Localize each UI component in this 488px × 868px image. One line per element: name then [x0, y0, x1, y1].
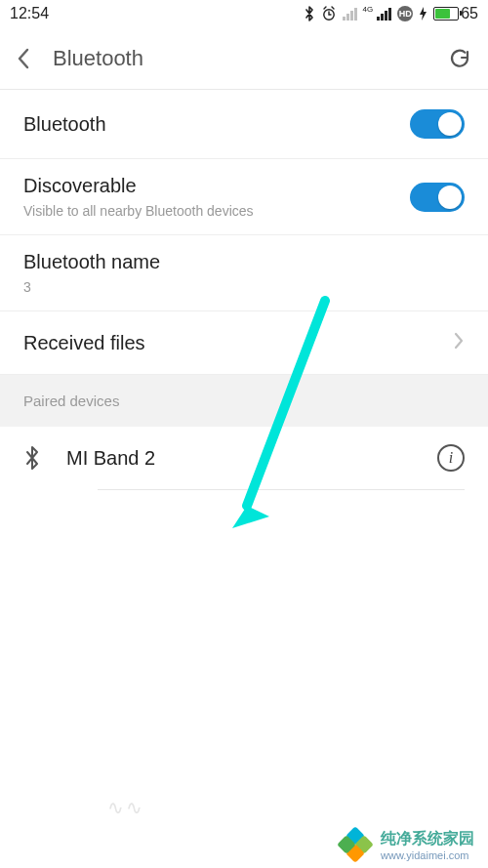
status-time: 12:54: [10, 5, 49, 22]
discoverable-toggle[interactable]: [410, 183, 465, 212]
refresh-button[interactable]: [447, 46, 472, 71]
device-name: MI Band 2: [66, 447, 437, 470]
info-icon: i: [449, 449, 453, 467]
device-row[interactable]: MI Band 2 i: [0, 427, 488, 489]
network-4g-label: 4G: [363, 5, 374, 14]
status-icons: 4G HD 65: [304, 5, 478, 22]
watermark-logo-icon: [340, 829, 371, 860]
chevron-left-icon: [16, 47, 31, 70]
battery-percent: 65: [461, 5, 478, 22]
svg-marker-2: [232, 506, 269, 528]
back-button[interactable]: [16, 47, 31, 70]
hd-badge-icon: HD: [397, 6, 413, 21]
refresh-icon: [447, 46, 472, 71]
row-bluetooth[interactable]: Bluetooth: [0, 90, 488, 159]
row-discoverable-sub: Visible to all nearby Bluetooth devices: [23, 203, 410, 219]
device-info-button[interactable]: i: [437, 444, 465, 472]
chevron-right-icon: [453, 331, 465, 354]
watermark-title: 纯净系统家园: [381, 829, 474, 849]
signal-1-icon: [343, 7, 357, 21]
divider: [98, 489, 465, 490]
row-bluetooth-title: Bluetooth: [23, 113, 410, 136]
section-paired-devices: Paired devices: [0, 375, 488, 427]
row-received-title: Received files: [23, 332, 453, 354]
charging-icon: [419, 7, 427, 21]
watermark-url: www.yidaimei.com: [381, 849, 474, 861]
bluetooth-icon: [23, 445, 41, 471]
battery-icon: 65: [433, 5, 478, 22]
bluetooth-status-icon: [304, 6, 315, 21]
watermark: 纯净系统家园 www.yidaimei.com: [0, 821, 488, 868]
app-bar: Bluetooth: [0, 27, 488, 90]
decorative-squiggle: ∿∿: [107, 796, 144, 819]
signal-2-icon: [377, 7, 391, 21]
alarm-icon: [321, 6, 337, 21]
row-received-files[interactable]: Received files: [0, 311, 488, 375]
status-bar: 12:54 4G HD 65: [0, 0, 488, 27]
row-name-title: Bluetooth name: [23, 251, 465, 273]
row-discoverable-title: Discoverable: [23, 175, 410, 197]
row-bluetooth-name[interactable]: Bluetooth name 3: [0, 235, 488, 311]
row-name-value: 3: [23, 279, 465, 295]
row-discoverable[interactable]: Discoverable Visible to all nearby Bluet…: [0, 159, 488, 235]
page-title: Bluetooth: [53, 46, 447, 71]
bluetooth-toggle[interactable]: [410, 109, 465, 139]
